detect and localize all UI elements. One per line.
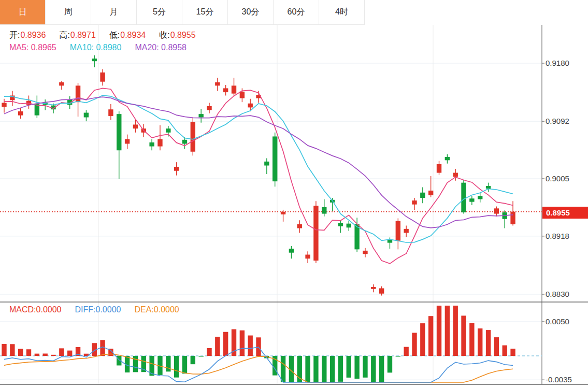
macd-histogram-bar: [223, 332, 228, 356]
price-tick-label: 0.8830: [546, 290, 569, 298]
tab-month[interactable]: 月: [91, 0, 137, 25]
candle: [445, 157, 450, 160]
candle: [232, 85, 236, 93]
macd-histogram-bar: [510, 349, 515, 356]
high-pair: 高:0.8971: [59, 30, 95, 41]
candle: [305, 255, 310, 259]
candle: [322, 207, 326, 214]
candle: [461, 183, 466, 212]
macd-histogram-bar: [420, 323, 425, 356]
candle: [404, 229, 408, 233]
macd-label: MACD:: [9, 305, 36, 314]
macd-histogram-bar: [354, 356, 359, 379]
diff-label: DIFF:: [75, 305, 96, 314]
tab-4hour[interactable]: 4时: [319, 0, 365, 25]
macd-histogram-bar: [363, 356, 367, 378]
macd-histogram-bar: [305, 356, 310, 382]
candle: [428, 191, 433, 195]
candle: [125, 139, 130, 144]
tab-60min[interactable]: 60分: [274, 0, 319, 25]
macd-histogram-bar: [174, 356, 179, 378]
close-value: 0.8955: [170, 31, 196, 39]
ma20-value: 0.8958: [161, 43, 187, 52]
dea-line: [4, 354, 513, 382]
candle: [338, 223, 343, 226]
candle: [396, 221, 400, 241]
candle: [215, 82, 220, 85]
macd-histogram-bar: [494, 337, 499, 356]
macd-legend: MACD:0.0000 DIFF:0.0000 DEA:0.0000: [9, 305, 179, 314]
candle: [478, 196, 482, 199]
macd-histogram-bar: [35, 354, 39, 356]
macd-histogram-bar: [347, 356, 351, 378]
candle: [174, 167, 179, 171]
macd-histogram-bar: [404, 347, 408, 356]
macd-histogram-bar: [198, 356, 203, 356]
tab-5min[interactable]: 5分: [137, 0, 182, 25]
macd-histogram-bar: [51, 355, 55, 356]
macd-histogram-bar: [313, 356, 318, 382]
ma5-label: MA5:: [9, 43, 28, 52]
candle: [207, 106, 211, 110]
diff-pair: DIFF:0.0000: [75, 305, 121, 314]
high-label: 高:: [59, 31, 69, 39]
dea-label: DEA:: [134, 305, 153, 314]
period-tabbar: 日周月5分15分30分60分4时: [0, 0, 365, 25]
low-label: 低:: [109, 31, 120, 39]
candle: [76, 85, 80, 102]
low-pair: 低:0.8934: [109, 30, 146, 41]
macd-histogram-bar: [371, 356, 376, 382]
macd-histogram-bar: [191, 356, 195, 364]
tab-day[interactable]: 日: [0, 0, 46, 25]
open-pair: 开:0.8936: [9, 30, 46, 41]
macd-histogram-bar: [412, 333, 417, 356]
candle: [420, 193, 425, 198]
macd-histogram-bar: [445, 306, 450, 356]
macd-histogram-bar: [166, 356, 170, 371]
tab-15min[interactable]: 15分: [182, 0, 228, 25]
candle: [18, 111, 23, 116]
open-label: 开:: [9, 31, 20, 39]
macd-histogram-bar: [215, 337, 220, 356]
macd-histogram-bar: [396, 356, 400, 356]
macd-histogram-bar: [428, 316, 433, 356]
candle: [182, 140, 187, 144]
open-value: 0.8936: [20, 31, 46, 39]
ma5-pair: MA5: 0.8965: [9, 43, 56, 52]
candle: [363, 251, 367, 254]
tab-week[interactable]: 周: [46, 0, 91, 25]
macd-tick-label: 0.0050: [546, 317, 569, 326]
candle: [437, 164, 441, 173]
candle: [191, 122, 195, 151]
ohlc-legend: 开:0.8936 高:0.8971 低:0.8934 收:0.8955: [9, 30, 196, 41]
candle: [2, 103, 6, 107]
current-price-tag: 0.8955: [542, 207, 588, 219]
macd-histogram-bar: [67, 351, 72, 356]
candle: [297, 224, 302, 228]
candle: [100, 73, 105, 82]
candle: [248, 104, 253, 108]
ma5-line: [4, 88, 513, 264]
candle: [494, 208, 499, 213]
high-value: 0.8971: [70, 31, 96, 39]
candle: [371, 287, 376, 289]
candle: [281, 212, 285, 214]
price-tick-label: 0.9180: [546, 59, 569, 67]
ma20-pair: MA20: 0.8958: [135, 43, 187, 52]
macd-pair: MACD:0.0000: [9, 305, 62, 314]
candle: [133, 125, 138, 129]
macd-histogram-bar: [182, 356, 187, 373]
tab-30min[interactable]: 30分: [228, 0, 274, 25]
macd-histogram-bar: [330, 356, 335, 382]
price-tick-label: 0.9092: [546, 117, 569, 125]
ma5-value: 0.8965: [31, 43, 56, 52]
candle: [92, 59, 97, 61]
candle: [510, 212, 515, 224]
ma10-label: MA10:: [70, 43, 94, 52]
kline-chart[interactable]: [0, 0, 588, 388]
candle: [486, 186, 491, 189]
macd-histogram-bar: [437, 306, 441, 356]
macd-histogram-bar: [469, 323, 474, 356]
candle: [313, 206, 318, 261]
dea-value: 0.0000: [154, 305, 179, 314]
